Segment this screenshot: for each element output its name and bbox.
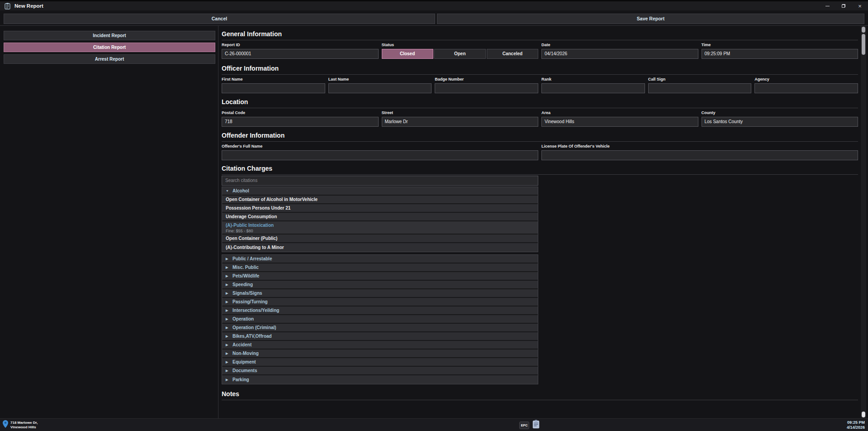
- taskbar: 718 Marlowe Dr, Vinewood Hills EPC 09:25…: [0, 418, 868, 431]
- report-id-field[interactable]: C-26-000001: [222, 49, 379, 59]
- charge-group-label: Operation (Criminal): [232, 325, 276, 330]
- offender-full-name-label: Offender's Full Name: [222, 144, 538, 149]
- report-clipboard-icon: [5, 3, 10, 10]
- agency-field[interactable]: [754, 83, 858, 93]
- title-bar: New Report ×: [0, 1, 868, 10]
- search-citations-input[interactable]: Search citations: [222, 176, 538, 186]
- county-field[interactable]: Los Santos County: [702, 117, 859, 127]
- charge-group-label: Documents: [232, 368, 257, 373]
- charge-group-misc-public[interactable]: ▶ Misc. Public: [222, 263, 538, 272]
- minimize-icon: [825, 6, 830, 6]
- charge-group-documents[interactable]: ▶ Documents: [222, 367, 538, 375]
- sidebar-item-incident-report[interactable]: Incident Report: [4, 31, 215, 40]
- charge-group-speeding[interactable]: ▶ Speeding: [222, 281, 538, 289]
- charge-group-label: Misc. Public: [232, 265, 259, 270]
- current-location-text: 718 Marlowe Dr, Vinewood Hills: [10, 421, 38, 429]
- postal-code-field[interactable]: 718: [222, 117, 379, 127]
- officer-information-heading: Officer Information: [222, 65, 858, 75]
- date-field[interactable]: 04/14/2026: [541, 49, 698, 59]
- area-field[interactable]: Vinewood Hills: [541, 117, 698, 127]
- chevron-right-icon: ▶: [226, 343, 229, 347]
- charge-group-label: Accident: [232, 342, 251, 347]
- window-title: New Report: [14, 3, 43, 9]
- report-id-label: Report ID: [222, 43, 379, 48]
- sidebar-content-divider: [218, 26, 218, 418]
- status-option-open[interactable]: Open: [434, 49, 486, 59]
- first-name-field[interactable]: [222, 83, 325, 93]
- time-field[interactable]: 09:25:09 PM: [702, 49, 859, 59]
- sidebar-item-arrest-report[interactable]: Arrest Report: [4, 54, 215, 64]
- charge-group-accident[interactable]: ▶ Accident: [222, 341, 538, 350]
- charge-group-pets-wildlife[interactable]: ▶ Pets/Wildlife: [222, 272, 538, 281]
- charge-group-label: Parking: [232, 377, 249, 382]
- postal-code-label: Postal Code: [222, 110, 379, 115]
- charge-group-label: Non-Moving: [232, 351, 259, 356]
- agency-label: Agency: [754, 77, 858, 82]
- charge-item-selected[interactable]: (A)-Public Intoxication Fine: $55 - $80: [222, 221, 538, 235]
- location-heading: Location: [222, 99, 858, 108]
- charge-group-label: Alcohol: [232, 188, 249, 193]
- report-app-button[interactable]: [532, 419, 540, 431]
- scroll-down-button[interactable]: [862, 412, 865, 417]
- charge-item[interactable]: Possession Persons Under 21: [222, 204, 538, 213]
- cancel-button[interactable]: Cancel: [4, 14, 435, 24]
- charge-item-title: (A)-Public Intoxication: [226, 222, 534, 228]
- license-plate-field[interactable]: [541, 150, 858, 160]
- taskbar-clock: 09:25 PM 4/14/2026: [847, 420, 865, 430]
- street-field[interactable]: Marlowe Dr: [382, 117, 539, 127]
- charge-group-label: Public / Arrestable: [232, 256, 272, 261]
- charge-group-label: Intersections/Yeilding: [232, 308, 279, 313]
- close-button[interactable]: ×: [852, 1, 868, 10]
- map-pin-icon: [3, 420, 8, 430]
- charge-item[interactable]: (A)-Contributing to A Minor: [222, 243, 538, 252]
- restore-button[interactable]: [835, 1, 852, 10]
- chevron-right-icon: ▶: [226, 360, 229, 364]
- rank-field[interactable]: [541, 83, 645, 93]
- charge-item-fine-detail: Fine: $55 - $80: [226, 228, 534, 234]
- report-form: General Information Report ID C-26-00000…: [222, 26, 858, 418]
- minimize-button[interactable]: [819, 1, 835, 10]
- charge-group-equipment[interactable]: ▶ Equipment: [222, 358, 538, 367]
- charge-group-signals-signs[interactable]: ▶ Signals/Signs: [222, 289, 538, 298]
- call-sign-field[interactable]: [648, 83, 752, 93]
- chevron-right-icon: ▶: [226, 317, 229, 321]
- charge-group-operation-criminal[interactable]: ▶ Operation (Criminal): [222, 324, 538, 332]
- charge-group-parking[interactable]: ▶ Parking: [222, 375, 538, 384]
- clock-date: 4/14/2026: [847, 425, 865, 430]
- sidebar-item-citation-report[interactable]: Citation Report: [4, 43, 215, 52]
- badge-number-label: Badge Number: [435, 77, 538, 82]
- status-option-closed[interactable]: Closed: [382, 49, 433, 59]
- charge-group-operation[interactable]: ▶ Operation: [222, 315, 538, 324]
- charge-group-intersections-yeilding[interactable]: ▶ Intersections/Yeilding: [222, 306, 538, 315]
- chevron-right-icon: ▶: [226, 257, 229, 261]
- chevron-right-icon: ▶: [226, 266, 229, 269]
- last-name-field[interactable]: [328, 83, 432, 93]
- charge-group-passing-turning[interactable]: ▶ Passing/Turning: [222, 298, 538, 306]
- rank-label: Rank: [541, 77, 645, 82]
- chevron-right-icon: ▶: [226, 300, 229, 304]
- save-report-button[interactable]: Save Report: [437, 14, 864, 24]
- chevron-right-icon: ▶: [226, 292, 229, 295]
- scroll-up-button[interactable]: [862, 27, 865, 33]
- charge-group-public-arrestable[interactable]: ▶ Public / Arrestable: [222, 255, 538, 263]
- status-toggle-group: Closed Open Canceled: [382, 49, 539, 59]
- charge-item[interactable]: Open Container (Public): [222, 235, 538, 243]
- location-line-1: 718 Marlowe Dr,: [10, 421, 38, 425]
- clipboard-app-icon: [532, 420, 540, 431]
- county-label: County: [702, 110, 859, 115]
- charge-group-label: Passing/Turning: [232, 299, 268, 304]
- area-label: Area: [541, 110, 698, 115]
- scrollbar-thumb[interactable]: [862, 34, 865, 55]
- chevron-right-icon: ▶: [226, 274, 229, 278]
- vertical-scrollbar[interactable]: [861, 26, 866, 418]
- charge-group-header-alcohol[interactable]: ▼ Alcohol: [222, 187, 538, 196]
- time-label: Time: [702, 43, 859, 48]
- epc-app-button[interactable]: EPC: [519, 421, 529, 429]
- charge-item[interactable]: Underage Consumption: [222, 213, 538, 221]
- badge-number-field[interactable]: [435, 83, 538, 93]
- offender-full-name-field[interactable]: [222, 150, 538, 160]
- charge-group-bikes-atv-offroad[interactable]: ▶ Bikes,ATV,Offroad: [222, 332, 538, 341]
- charge-item[interactable]: Open Container of Alcohol in MotorVehicl…: [222, 196, 538, 204]
- charge-group-non-moving[interactable]: ▶ Non-Moving: [222, 350, 538, 358]
- status-option-canceled[interactable]: Canceled: [487, 49, 538, 59]
